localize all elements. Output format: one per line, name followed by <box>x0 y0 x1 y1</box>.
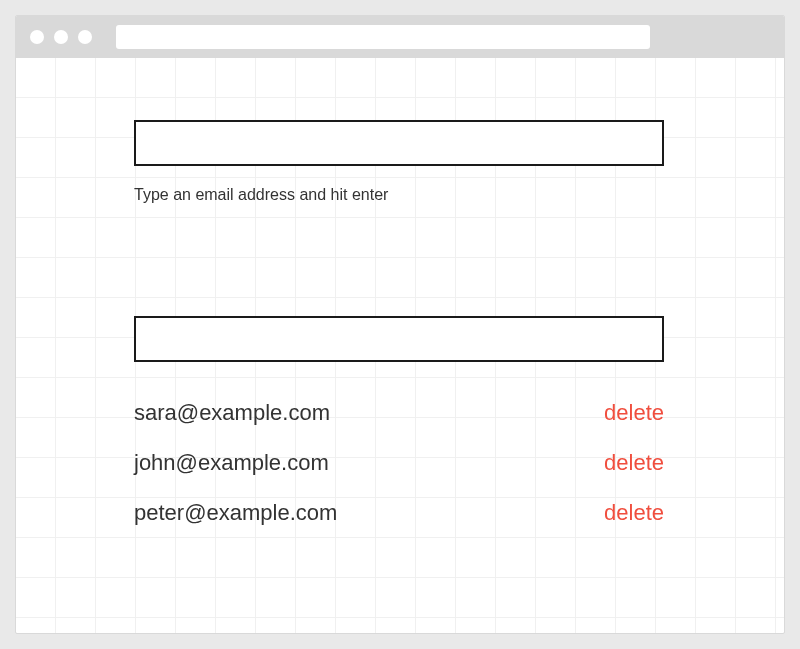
address-bar[interactable] <box>116 25 650 49</box>
window-control-dot[interactable] <box>30 30 44 44</box>
delete-button[interactable]: delete <box>604 400 664 426</box>
email-address: john@example.com <box>134 450 329 476</box>
browser-window: Type an email address and hit enter sara… <box>15 15 785 634</box>
email-input[interactable] <box>134 120 664 166</box>
email-form-section: Type an email address and hit enter <box>134 120 664 204</box>
list-item: peter@example.com delete <box>134 488 664 538</box>
email-list: sara@example.com delete john@example.com… <box>134 388 664 538</box>
list-item: sara@example.com delete <box>134 388 664 438</box>
list-item: john@example.com delete <box>134 438 664 488</box>
email-address: sara@example.com <box>134 400 330 426</box>
email-address: peter@example.com <box>134 500 337 526</box>
email-list-section: sara@example.com delete john@example.com… <box>134 316 664 538</box>
titlebar <box>16 16 784 58</box>
window-control-dot[interactable] <box>54 30 68 44</box>
helper-text: Type an email address and hit enter <box>134 186 664 204</box>
canvas: Type an email address and hit enter sara… <box>16 58 784 633</box>
email-list-input[interactable] <box>134 316 664 362</box>
delete-button[interactable]: delete <box>604 450 664 476</box>
delete-button[interactable]: delete <box>604 500 664 526</box>
window-control-dot[interactable] <box>78 30 92 44</box>
